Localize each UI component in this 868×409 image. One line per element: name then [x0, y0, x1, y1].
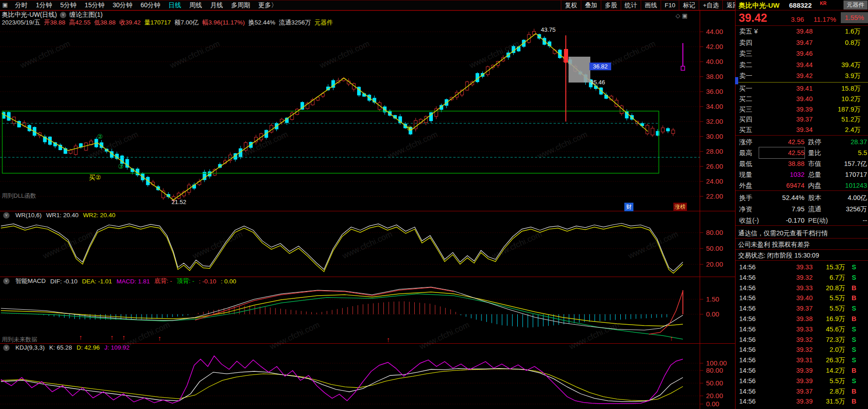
- ask-price: 39.48: [763, 26, 813, 37]
- tick-side: S: [850, 273, 858, 283]
- tick-volume: 5.5万: [804, 303, 845, 314]
- kdj-indicator-header[interactable]: ˅KDJ(9,3,3)K: 65.28D: 42.96J: 109.92: [2, 344, 129, 351]
- wr-indicator-header[interactable]: ˅WR(10,6)WR1: 20.40WR2: 20.40: [2, 212, 115, 219]
- tick-time: 14:56: [739, 303, 755, 314]
- stat-label: 净资: [739, 204, 752, 214]
- tick-volume: 31.5万: [804, 396, 845, 407]
- tick-volume: 15.3万: [804, 262, 845, 273]
- axis-label: 0.00: [706, 400, 719, 407]
- buy-signal-arrow: ↑: [110, 334, 114, 341]
- stat-label: 现量: [739, 169, 752, 180]
- bid-row[interactable]: 买三39.39187.9万: [736, 104, 868, 115]
- ask-label: 卖三: [739, 49, 752, 59]
- indicator-value: WR1: 20.40: [46, 212, 78, 219]
- tick-time: 14:56: [739, 262, 755, 273]
- tick-row: 14:5639.3345.6万S: [736, 324, 868, 335]
- avg-price-tag: 36.82: [589, 63, 611, 70]
- stats-row: 最高42.55量比5.5: [736, 147, 868, 158]
- stat-label: 外盘: [739, 180, 752, 191]
- bid-volume: 2.4万: [808, 125, 861, 135]
- bid-volume: 187.9万: [808, 104, 861, 115]
- tick-row: 14:5639.3126.3万S: [736, 355, 868, 365]
- tick-row: 14:5639.390.8万B: [736, 407, 868, 409]
- ranking-badge[interactable]: 涨榜: [673, 203, 687, 211]
- axis-label: 32.00: [706, 118, 723, 125]
- bid-price: 39.34: [763, 125, 813, 135]
- tick-row: 14:5639.372.8万B: [736, 386, 868, 397]
- stat-label: 涨停: [739, 136, 752, 147]
- buy-signal-arrow: ↑: [670, 335, 673, 341]
- tick-side: B: [850, 293, 858, 303]
- indicator-value: : -0.10: [199, 278, 216, 285]
- ask-row[interactable]: 卖一39.423.9万: [736, 71, 868, 81]
- tick-time: 14:56: [739, 407, 755, 409]
- promo-notice[interactable]: 通达信，仅需20元查看千档行情: [736, 228, 868, 239]
- ask-row[interactable]: 卖五 ¥39.481.6万: [736, 26, 868, 37]
- indicator-value: : 0.00: [221, 278, 236, 285]
- stat-value: 38.88: [759, 158, 804, 169]
- tick-volume: 2.8万: [804, 386, 845, 397]
- finance-badge[interactable]: 财: [624, 203, 633, 211]
- macd-indicator-header[interactable]: ˅智能MACDDIF: -0.10DEA: -1.01MACD: 1.81底背:…: [2, 277, 236, 285]
- axis-label: 20.00: [706, 392, 723, 399]
- indicator-value: WR(10,6): [15, 212, 42, 219]
- tick-time: 14:56: [739, 355, 755, 365]
- ask-row[interactable]: 卖二39.4439.4万: [736, 60, 868, 70]
- stat-value: 7.95: [759, 204, 804, 214]
- indicator-value: DIF: -0.10: [50, 278, 78, 285]
- tick-row: 14:5639.3272.3万S: [736, 335, 868, 345]
- bid-label: 买四: [739, 114, 752, 125]
- tick-volume: 2.0万: [804, 345, 845, 355]
- bid-row[interactable]: 买二39.4010.2万: [736, 94, 868, 104]
- dll-note: 用到DLL函数: [2, 192, 36, 200]
- ask-label: 卖二: [739, 60, 752, 70]
- axis-label: 44.00: [706, 28, 723, 35]
- indicator-value: 顶背: -: [177, 277, 194, 285]
- bid-volume: 10.2万: [808, 94, 861, 104]
- ask-row[interactable]: 卖四39.470.8万: [736, 38, 868, 48]
- stat-label: 流通: [808, 204, 821, 214]
- axis-label: 22.00: [706, 193, 723, 200]
- bid-price: 39.41: [763, 83, 813, 94]
- tick-side: B: [850, 396, 858, 407]
- stats-row: 收益(-)-0.170PE(动)--: [736, 215, 868, 226]
- stock-name[interactable]: 奥比中光-UW: [739, 1, 780, 10]
- stat-value: 157.7亿: [826, 158, 867, 169]
- chevron-down-icon[interactable]: ˅: [3, 278, 10, 284]
- tick-row: 14:5639.322.0万S: [736, 345, 868, 355]
- bid-row[interactable]: 买四39.3751.2万: [736, 114, 868, 125]
- stats-row: 涨停42.55跌停28.37: [736, 136, 868, 147]
- axis-label: 20.00: [706, 261, 723, 268]
- bid-row[interactable]: 买五39.342.4万: [736, 125, 868, 135]
- range-preview-box: [569, 57, 590, 83]
- axis-label: 100.00: [706, 360, 727, 366]
- ask-row[interactable]: 卖三39.46: [736, 49, 868, 59]
- tick-volume: 6.7万: [804, 273, 845, 283]
- axis-label: 30.00: [706, 133, 723, 140]
- stat-label: 换手: [739, 192, 752, 203]
- stock-code: 688322: [789, 1, 812, 9]
- price-change: 3.96: [791, 15, 804, 23]
- ask-label: 卖四: [739, 38, 752, 48]
- axis-label: 50.00: [706, 245, 723, 252]
- ask-price: 39.47: [763, 38, 813, 48]
- indicator-value: MACD: 1.81: [117, 278, 150, 285]
- bid-label: 买一: [739, 83, 752, 94]
- indicator-value: KDJ(9,3,3): [15, 344, 45, 351]
- stat-label: 收益(-): [739, 215, 759, 226]
- stats-row: 外盘69474内盘101243: [736, 180, 868, 191]
- stat-label: 量比: [808, 147, 821, 158]
- tick-time: 14:56: [739, 324, 755, 335]
- quote-header: 奥比中光-UW 688322 KR 元器件: [736, 0, 868, 10]
- tick-side: S: [850, 262, 858, 273]
- bid-row[interactable]: 买一39.4115.8万: [736, 83, 868, 94]
- axis-label: 40.00: [706, 58, 723, 65]
- high-price-label: 43.75: [541, 26, 556, 33]
- stat-label: 最高: [739, 147, 752, 158]
- tick-time: 14:56: [739, 283, 755, 293]
- chevron-down-icon[interactable]: ˅: [3, 212, 10, 219]
- tick-volume: 20.8万: [804, 283, 845, 293]
- chevron-down-icon[interactable]: ˅: [3, 345, 10, 351]
- indicator-value: 智能MACD: [15, 277, 46, 285]
- industry-tag[interactable]: 元器件: [843, 0, 868, 10]
